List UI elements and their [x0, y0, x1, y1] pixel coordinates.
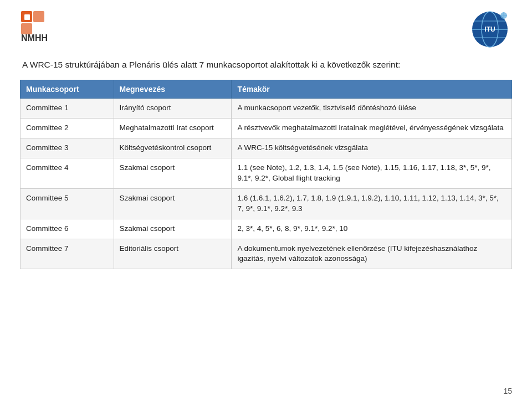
- cell-munkacsoport: Committee 5: [21, 188, 114, 219]
- cell-megnevezes: Szakmai csoport: [114, 158, 232, 189]
- col-header-megnevezes: Megnevezés: [114, 80, 232, 99]
- cell-temakör: 1.1 (see Note), 1.2, 1.3, 1.4, 1.5 (see …: [232, 158, 512, 189]
- cell-megnevezes: Editoriális csoport: [114, 239, 232, 269]
- svg-rect-3: [24, 14, 30, 20]
- table-row: Committee 3Költségvetéskontrol csoportA …: [21, 138, 512, 158]
- cell-megnevezes: Költségvetéskontrol csoport: [114, 138, 232, 158]
- page: NMHH ITU A WRC-15 struktúrájában a Plená…: [0, 0, 532, 401]
- table-row: Committee 2Meghatalmazotti Irat csoportA…: [21, 119, 512, 138]
- cell-megnevezes: Szakmai csoport: [114, 219, 232, 239]
- cell-munkacsoport: Committee 1: [21, 99, 114, 119]
- table-row: Committee 1Irányító csoportA munkacsopor…: [21, 99, 512, 119]
- cell-megnevezes: Meghatalmazotti Irat csoport: [114, 119, 232, 138]
- cell-temakör: A résztvevők meghatalmazotti iratainak m…: [232, 119, 512, 138]
- itu-logo: ITU: [468, 10, 512, 49]
- svg-text:ITU: ITU: [484, 25, 495, 33]
- cell-temakör: A dokumentumok nyelvezetének ellenőrzése…: [232, 239, 512, 269]
- page-number: 15: [503, 387, 512, 395]
- cell-megnevezes: Irányító csoport: [114, 99, 232, 119]
- cell-temakör: A munkacsoport vezetők, tisztviselő dönt…: [232, 99, 512, 119]
- cell-megnevezes: Szakmai csoport: [114, 188, 232, 219]
- svg-rect-2: [21, 23, 32, 34]
- cell-temakör: A WRC-15 költségvetésének vizsgálata: [232, 138, 512, 158]
- header-row: NMHH ITU: [20, 10, 512, 49]
- cell-temakör: 1.6 (1.6.1, 1.6.2), 1.7, 1.8, 1.9 (1.9.1…: [232, 188, 512, 219]
- table-row: Committee 4Szakmai csoport1.1 (see Note)…: [21, 158, 512, 189]
- main-table: Munkacsoport Megnevezés Témakör Committe…: [20, 80, 512, 269]
- cell-munkacsoport: Committee 4: [21, 158, 114, 189]
- table-row: Committee 6Szakmai csoport2, 3*, 4, 5*, …: [21, 219, 512, 239]
- cell-munkacsoport: Committee 7: [21, 239, 114, 269]
- svg-rect-1: [33, 11, 44, 22]
- intro-text: A WRC-15 struktúrájában a Plenáris ülés …: [20, 59, 512, 71]
- nmhh-logo: NMHH: [20, 10, 81, 45]
- svg-text:NMHH: NMHH: [21, 33, 48, 43]
- col-header-temakör: Témakör: [232, 80, 512, 99]
- cell-munkacsoport: Committee 2: [21, 119, 114, 138]
- cell-munkacsoport: Committee 6: [21, 219, 114, 239]
- table-header-row: Munkacsoport Megnevezés Témakör: [21, 80, 512, 99]
- cell-munkacsoport: Committee 3: [21, 138, 114, 158]
- cell-temakör: 2, 3*, 4, 5*, 6, 8, 9*, 9.1*, 9.2*, 10: [232, 219, 512, 239]
- table-row: Committee 7Editoriális csoportA dokument…: [21, 239, 512, 269]
- table-row: Committee 5Szakmai csoport1.6 (1.6.1, 1.…: [21, 188, 512, 219]
- col-header-munkacsoport: Munkacsoport: [21, 80, 114, 99]
